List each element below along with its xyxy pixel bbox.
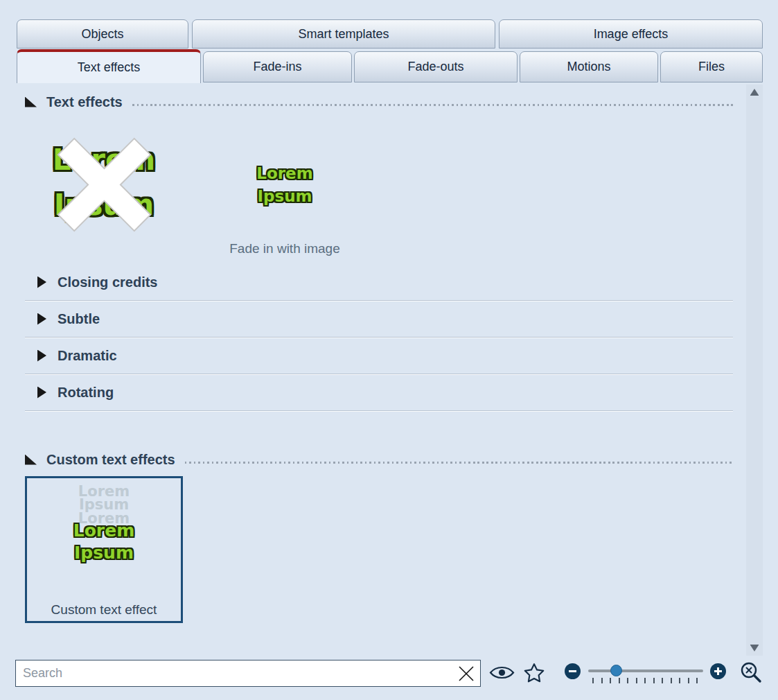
star-icon[interactable] — [523, 662, 545, 687]
section-header-subtle[interactable]: Subtle — [25, 301, 733, 338]
minus-icon — [569, 670, 576, 672]
section-header-closing-credits[interactable]: Closing credits — [25, 264, 733, 301]
zoom-out-button[interactable] — [565, 663, 581, 679]
section-header-custom-text-effects[interactable]: Custom text effects — [25, 449, 733, 470]
effect-thumbnail-fade-in-with-image[interactable]: Lorem Ipsum Fade in with image — [206, 133, 364, 256]
tab-files[interactable]: Files — [660, 51, 763, 82]
effect-thumbnail-none[interactable]: Lorem Ipsum — [25, 133, 183, 256]
section-title: Subtle — [58, 311, 100, 327]
tab-smart-templates[interactable]: Smart templates — [192, 19, 495, 49]
section-title: Text effects — [46, 94, 123, 110]
section-header-dramatic[interactable]: Dramatic — [25, 338, 733, 374]
section-header-rotating[interactable]: Rotating — [25, 374, 733, 411]
section-title: Rotating — [58, 385, 114, 401]
section-title: Closing credits — [58, 274, 157, 290]
search-box — [15, 660, 481, 687]
scroll-up-button[interactable] — [750, 89, 759, 96]
eye-icon[interactable] — [489, 664, 515, 684]
triangle-expanded-icon — [25, 455, 37, 465]
tab-image-effects[interactable]: Image effects — [499, 19, 763, 49]
template-browser-panel: Objects Smart templates Image effects Te… — [0, 0, 778, 700]
section-header-text-effects[interactable]: Text effects — [25, 91, 733, 112]
slider-thumb[interactable] — [610, 665, 622, 676]
triangle-collapsed-icon — [37, 387, 46, 399]
search-input[interactable] — [16, 666, 452, 681]
clear-search-icon[interactable] — [452, 660, 480, 686]
tab-text-effects[interactable]: Text effects — [17, 49, 201, 83]
triangle-collapsed-icon — [37, 313, 46, 325]
zoom-in-button[interactable] — [710, 663, 726, 679]
triangle-collapsed-icon — [37, 277, 46, 288]
dotted-divider — [185, 462, 733, 464]
tab-motions[interactable]: Motions — [520, 51, 658, 82]
lorem-preview-small: Lorem Ipsum — [206, 162, 364, 209]
collapsed-section-list: Closing credits Subtle Dramatic Rotating — [25, 264, 733, 411]
dotted-divider — [132, 104, 733, 106]
triangle-collapsed-icon — [37, 350, 46, 362]
effect-caption: Fade in with image — [206, 241, 364, 256]
effect-thumbnail-custom-selected[interactable]: Lorem Ipsum Lorem Lorem Ipsum Custom tex… — [25, 476, 183, 623]
slider-tick-marks — [592, 678, 698, 683]
lorem-preview-large: Lorem Ipsum — [25, 137, 183, 227]
tab-fade-outs[interactable]: Fade-outs — [354, 51, 518, 82]
thumbnail-size-slider[interactable] — [588, 670, 703, 672]
scrollbar-track[interactable] — [746, 85, 763, 656]
section-title: Custom text effects — [46, 452, 175, 468]
section-title: Dramatic — [58, 348, 117, 364]
scroll-down-button[interactable] — [750, 645, 759, 651]
triangle-expanded-icon — [25, 97, 37, 107]
lorem-preview-custom: Lorem Ipsum — [27, 520, 181, 565]
tab-objects[interactable]: Objects — [17, 19, 188, 49]
tab-fade-ins[interactable]: Fade-ins — [203, 51, 352, 82]
effect-caption: Custom text effect — [27, 602, 181, 618]
reset-zoom-magnifier-icon[interactable] — [739, 660, 763, 688]
